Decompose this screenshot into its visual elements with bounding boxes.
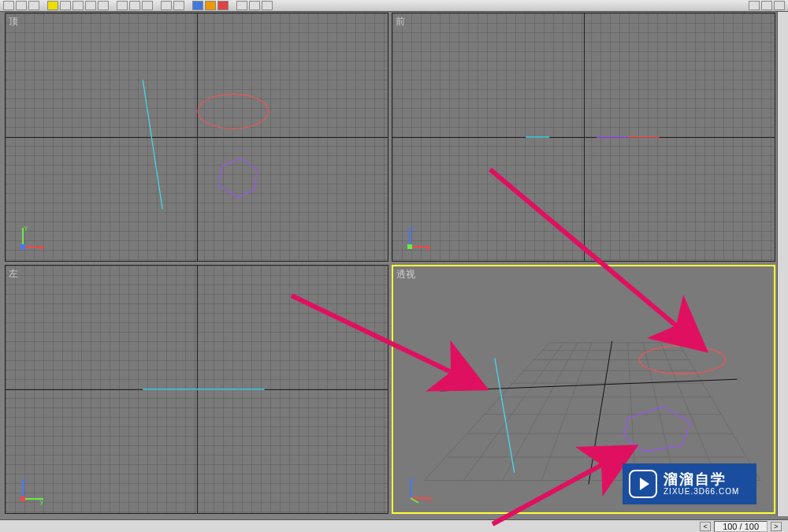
svg-text:y: y [24, 224, 28, 231]
command-panel[interactable] [777, 12, 788, 516]
watermark-title: 溜溜自学 [663, 472, 739, 488]
axis-gizmo-icon: z x [403, 221, 435, 253]
toolbar-button[interactable] [262, 1, 273, 10]
viewport-top[interactable]: 顶 y x [5, 13, 388, 262]
svg-line-34 [440, 379, 738, 391]
toolbar-button[interactable] [85, 1, 96, 10]
toolbar-button[interactable] [47, 1, 58, 10]
svg-line-26 [463, 343, 563, 481]
toolbar-button[interactable] [142, 1, 153, 10]
viewport-left[interactable]: 左 z y [5, 265, 388, 514]
svg-rect-14 [20, 497, 25, 501]
svg-line-33 [678, 343, 760, 481]
svg-line-30 [628, 343, 636, 481]
toolbar-button[interactable] [3, 1, 14, 10]
scroll-right-button[interactable]: > [771, 522, 782, 531]
shape-polygon [624, 407, 690, 452]
watermark-badge: 溜溜自学 ZIXUE.3D66.COM [623, 463, 756, 504]
play-icon [629, 470, 657, 498]
toolbar-button[interactable] [192, 1, 203, 10]
toolbar-button[interactable] [236, 1, 247, 10]
scroll-left-button[interactable]: < [700, 522, 711, 531]
svg-text:x: x [40, 246, 43, 253]
axis-gizmo-icon: y x [17, 221, 48, 253]
svg-line-25 [425, 343, 550, 481]
svg-text:x: x [427, 246, 430, 253]
viewport-label: 透视 [396, 268, 415, 281]
toolbar-button[interactable] [98, 1, 109, 10]
toolbar-button[interactable] [161, 1, 172, 10]
toolbar-button[interactable] [129, 1, 140, 10]
toolbar-button[interactable] [205, 1, 216, 10]
axis-gizmo-icon: z x [404, 473, 436, 504]
viewport-label: 左 [9, 267, 18, 281]
viewport-front[interactable]: 前 z x [392, 13, 775, 262]
toolbar-button[interactable] [749, 1, 760, 10]
svg-rect-9 [407, 244, 412, 249]
svg-text:z: z [412, 475, 415, 482]
watermark-url: ZIXUE.3D66.COM [663, 487, 739, 496]
toolbar-button[interactable] [249, 1, 260, 10]
viewport-grid: 顶 y x 前 z [5, 13, 775, 514]
toolbar-button[interactable] [173, 1, 184, 10]
toolbar-button[interactable] [16, 1, 27, 10]
viewport-label: 前 [396, 15, 405, 28]
shape-line [495, 359, 515, 473]
main-toolbar [0, 0, 788, 12]
svg-line-28 [541, 343, 591, 481]
svg-line-29 [589, 341, 612, 485]
toolbar-button[interactable] [60, 1, 71, 10]
toolbar-button[interactable] [117, 1, 128, 10]
shape-ellipse [639, 346, 725, 374]
status-bar: < 100 / 100 > [0, 519, 788, 532]
toolbar-button[interactable] [72, 1, 84, 10]
svg-text:x: x [428, 497, 431, 504]
svg-line-31 [643, 343, 675, 481]
viewport-label: 顶 [9, 15, 18, 28]
frame-counter: 100 / 100 [714, 521, 768, 532]
toolbar-button[interactable] [28, 1, 39, 10]
svg-line-32 [660, 343, 717, 481]
toolbar-button[interactable] [774, 1, 785, 10]
svg-rect-4 [20, 244, 25, 249]
svg-line-27 [503, 343, 578, 481]
toolbar-button[interactable] [761, 1, 772, 10]
svg-text:z: z [24, 476, 28, 483]
toolbar-button[interactable] [217, 1, 229, 10]
svg-text:z: z [411, 224, 414, 231]
svg-text:y: y [40, 498, 43, 505]
axis-gizmo-icon: z y [17, 474, 48, 505]
